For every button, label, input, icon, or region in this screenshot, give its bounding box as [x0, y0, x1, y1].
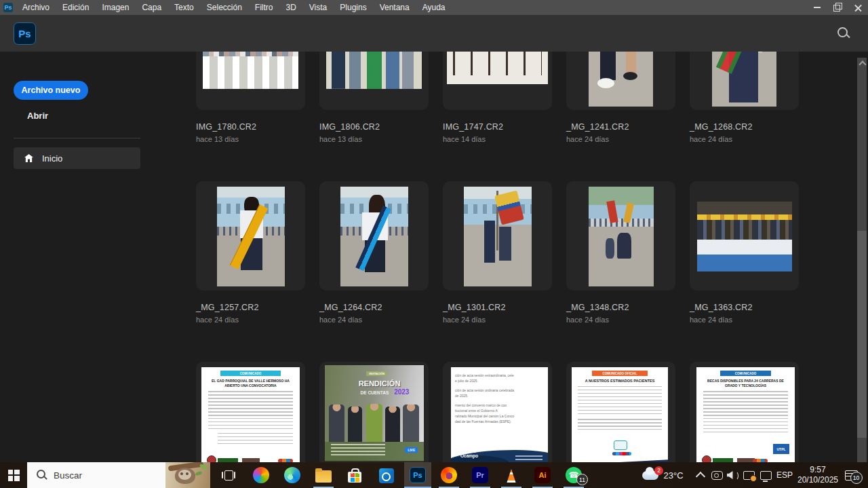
taskbar-photoshop[interactable]: Ps [404, 462, 431, 488]
file-card[interactable]: COMUNICADO OFICIAL A NUESTROS ESTIMADOS … [566, 362, 675, 462]
file-name[interactable]: _MG_1241.CR2 [566, 122, 678, 132]
file-name[interactable]: IMG_1806.CR2 [319, 122, 431, 132]
taskbar-vlc[interactable] [498, 462, 525, 488]
taskbar-outlook[interactable] [373, 462, 400, 488]
window-controls [807, 0, 868, 15]
menu-imagen[interactable]: Imagen [102, 3, 129, 12]
menu-capa[interactable]: Capa [142, 3, 161, 12]
taskbar-edge[interactable] [279, 462, 306, 488]
file-card[interactable] [566, 52, 675, 110]
meet-now-tray-icon[interactable] [709, 462, 724, 488]
poster-person [366, 404, 382, 443]
file-card[interactable] [196, 181, 305, 290]
file-card[interactable] [196, 52, 305, 110]
poster-footer-text [331, 444, 385, 456]
menu-filtro[interactable]: Filtro [255, 3, 273, 12]
doc-badge: COMUNICADO [220, 371, 281, 376]
file-label[interactable]: _MG_1257.CR2 hace 24 días [196, 303, 308, 324]
new-file-button[interactable]: Archivo nuevo [14, 81, 88, 100]
taskbar-microsoft-store[interactable] [341, 462, 368, 488]
menu-ventana[interactable]: Ventana [380, 3, 410, 12]
search-highlight-image[interactable] [165, 462, 210, 488]
sidebar-item-home[interactable]: Inicio [14, 147, 140, 169]
file-thumbnail [712, 52, 776, 107]
notification-center-button[interactable]: 10 [842, 462, 860, 488]
doc-line: ción de acta sesión ordinaria celebrada [455, 388, 544, 393]
file-card[interactable] [690, 181, 799, 290]
update-tray-icon[interactable] [741, 462, 757, 488]
taskbar-whatsapp[interactable]: 11 [560, 462, 587, 488]
monitor-alert-icon [743, 471, 755, 480]
file-name[interactable]: _MG_1264.CR2 [319, 303, 431, 312]
file-thumbnail [340, 187, 408, 286]
file-card[interactable]: COMUNICADO EL GAD PARROQUIAL DE VALLE HE… [196, 362, 305, 462]
file-card[interactable] [443, 181, 552, 290]
menu-archivo[interactable]: Archivo [22, 3, 50, 12]
outlook-icon [379, 468, 394, 483]
file-card[interactable] [566, 181, 675, 290]
menu-ayuda[interactable]: Ayuda [422, 3, 446, 12]
file-name[interactable]: IMG_1747.CR2 [443, 122, 555, 132]
file-card[interactable]: ción de acta sesión extraordinaria, cele… [443, 362, 552, 462]
scrollbar-up-arrow[interactable] [859, 60, 866, 68]
file-card[interactable] [690, 52, 799, 110]
menu-plugins[interactable]: Plugins [340, 3, 366, 12]
scrollbar-thumb[interactable] [857, 231, 867, 438]
minimize-button[interactable] [807, 0, 827, 15]
taskbar-firefox[interactable] [435, 462, 462, 488]
file-card[interactable]: INVITACIÓN RENDICIÓN DE CUENTAS 2023 LIV… [319, 362, 429, 462]
file-card[interactable] [319, 181, 429, 290]
menu-texto[interactable]: Texto [174, 3, 194, 12]
thumb-art [697, 255, 792, 271]
file-label[interactable]: _MG_1348.CR2 hace 24 días [566, 303, 678, 324]
file-name[interactable]: _MG_1348.CR2 [566, 303, 678, 312]
thumb-art [453, 52, 542, 75]
file-label[interactable]: _MG_1301.CR2 hace 24 días [443, 303, 555, 324]
scrollbar[interactable] [857, 58, 867, 462]
file-label[interactable]: _MG_1268.CR2 hace 24 días [690, 122, 802, 143]
file-name[interactable]: _MG_1257.CR2 [196, 303, 308, 312]
menu-vista[interactable]: Vista [309, 3, 327, 12]
taskbar-copilot[interactable] [248, 462, 275, 488]
file-name[interactable]: _MG_1268.CR2 [690, 122, 802, 132]
menu-edicion[interactable]: Edición [62, 3, 89, 12]
file-name[interactable]: _MG_1363.CR2 [690, 303, 802, 312]
language-indicator[interactable]: ESP [774, 462, 795, 488]
taskbar-illustrator[interactable]: Ai [529, 462, 556, 488]
file-name[interactable]: _MG_1301.CR2 [443, 303, 555, 312]
file-label[interactable]: IMG_1806.CR2 hace 13 días [319, 122, 431, 143]
volume-tray-icon[interactable] [724, 462, 741, 488]
file-card[interactable] [319, 52, 429, 110]
start-button[interactable] [0, 462, 27, 488]
network-tray-icon[interactable] [757, 462, 774, 488]
sloth-art [186, 472, 189, 475]
temperature-label[interactable]: 23°C [661, 462, 686, 488]
taskbar-search[interactable]: Buscar [27, 462, 210, 488]
file-label[interactable]: IMG_1780.CR2 hace 13 días [196, 122, 308, 143]
file-card[interactable]: COMUNICADO BECAS DISPONIBLES PARA 24 CAR… [690, 362, 799, 462]
menu-3d[interactable]: 3D [285, 3, 296, 12]
close-button[interactable] [848, 0, 868, 15]
open-button[interactable]: Abrir [27, 111, 48, 121]
microsoft-store-icon [348, 472, 361, 483]
menu-seleccion[interactable]: Selección [207, 3, 242, 12]
file-label[interactable]: _MG_1264.CR2 hace 24 días [319, 303, 431, 324]
search-icon [37, 470, 47, 481]
search-icon[interactable] [837, 26, 850, 40]
restore-button[interactable] [827, 0, 848, 15]
clock[interactable]: 9:57 20/10/2025 [793, 462, 842, 488]
file-name[interactable]: IMG_1780.CR2 [196, 122, 308, 132]
file-thumbnail [697, 202, 792, 271]
search-placeholder: Buscar [54, 470, 82, 481]
task-view-button[interactable] [215, 462, 242, 488]
taskbar-premiere[interactable]: Pr [467, 462, 494, 488]
file-label[interactable]: IMG_1747.CR2 hace 14 días [443, 122, 555, 143]
thumb-art [697, 214, 792, 220]
hidden-icons-button[interactable] [693, 462, 708, 488]
file-label[interactable]: _MG_1363.CR2 hace 24 días [690, 303, 802, 324]
file-card[interactable] [443, 52, 552, 110]
photoshop-logo: Ps [14, 22, 36, 45]
taskbar-file-explorer[interactable] [310, 462, 337, 488]
weather-tray-icon[interactable]: 2 [640, 462, 660, 488]
file-label[interactable]: _MG_1241.CR2 hace 24 días [566, 122, 678, 143]
